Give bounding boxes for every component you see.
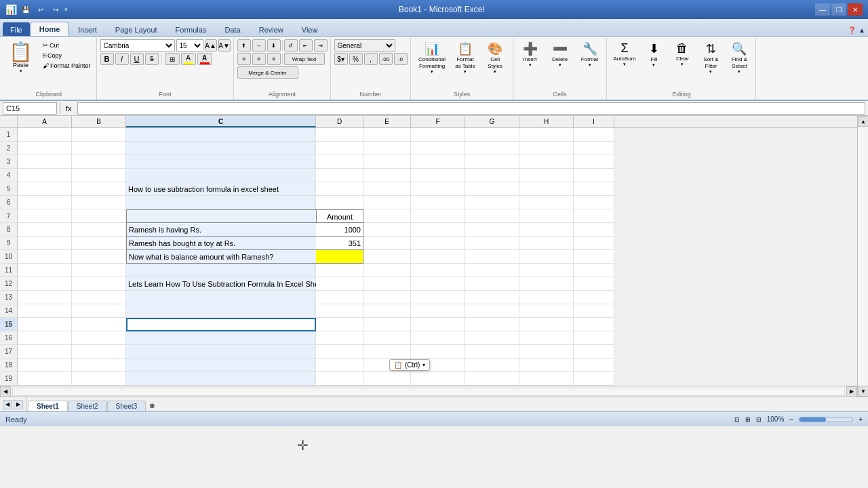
cell-g14[interactable] <box>465 304 519 318</box>
find-select-button[interactable]: 🔍 Find &Select ▾ <box>726 39 753 77</box>
cell-d13[interactable] <box>316 291 363 304</box>
cell-g15[interactable] <box>465 318 519 331</box>
cell-h17[interactable] <box>519 345 574 359</box>
cell-c18[interactable] <box>126 359 316 372</box>
cell-h12[interactable] <box>519 277 574 291</box>
scroll-sheet-left-button[interactable]: ◀ <box>3 400 12 409</box>
sheet-tab-1[interactable]: Sheet1 <box>28 401 68 411</box>
cell-d6[interactable] <box>316 196 363 209</box>
cell-c3[interactable] <box>126 155 316 169</box>
tab-data[interactable]: Data <box>216 22 249 36</box>
cell-g11[interactable] <box>465 264 519 277</box>
cell-a3[interactable] <box>18 155 72 169</box>
align-bottom-button[interactable]: ⬇ <box>267 39 281 52</box>
cell-g6[interactable] <box>465 196 519 209</box>
cell-g9[interactable] <box>465 237 519 250</box>
h-scroll-track[interactable] <box>12 388 845 396</box>
cell-a14[interactable] <box>18 304 72 318</box>
cell-c19[interactable] <box>126 372 316 386</box>
tab-file[interactable]: File <box>3 22 30 36</box>
help-button[interactable]: ❓ <box>848 26 856 34</box>
insert-button[interactable]: ➕ Insert ▾ <box>517 39 544 70</box>
cell-c4[interactable] <box>126 169 316 182</box>
cell-c17[interactable] <box>126 345 316 359</box>
bold-button[interactable]: B <box>100 53 114 65</box>
font-family-select[interactable]: Cambria <box>100 39 175 52</box>
col-header-g[interactable]: G <box>465 116 519 127</box>
cell-a10[interactable] <box>18 250 72 264</box>
cell-e11[interactable] <box>363 264 411 277</box>
cell-a15[interactable] <box>18 318 72 331</box>
cell-i3[interactable] <box>574 155 614 169</box>
cell-d15[interactable] <box>316 318 363 331</box>
zoom-out-button[interactable]: − <box>789 415 793 423</box>
fill-color-button[interactable]: A <box>181 53 196 65</box>
cell-i17[interactable] <box>574 345 614 359</box>
save-button[interactable]: 💾 <box>20 3 32 16</box>
cell-h10[interactable] <box>519 250 574 264</box>
fill-button[interactable]: ⬇ Fill ▾ <box>640 39 667 70</box>
cell-d16[interactable] <box>316 331 363 345</box>
comma-button[interactable]: , <box>364 53 378 65</box>
cell-f14[interactable] <box>411 304 465 318</box>
indent-increase-button[interactable]: ⇥ <box>314 39 328 52</box>
cell-h18[interactable] <box>519 359 574 372</box>
cell-e4[interactable] <box>363 169 411 182</box>
undo-button[interactable]: ↩ <box>35 3 47 16</box>
cell-f15[interactable] <box>411 318 465 331</box>
cell-g8[interactable] <box>465 223 519 237</box>
cell-d8[interactable]: 1000 <box>316 223 363 237</box>
zoom-slider[interactable] <box>799 417 853 422</box>
cell-i5[interactable] <box>574 182 614 196</box>
cell-c9[interactable]: Ramesh has bought a toy at Rs. <box>126 237 316 250</box>
formula-input[interactable] <box>77 102 865 115</box>
cell-d18[interactable] <box>316 359 363 372</box>
align-center-button[interactable]: ≡ <box>252 53 266 65</box>
cell-f2[interactable] <box>411 142 465 155</box>
cell-b14[interactable] <box>72 304 126 318</box>
cell-f11[interactable] <box>411 264 465 277</box>
col-header-i[interactable]: I <box>574 116 614 127</box>
cell-i1[interactable] <box>574 128 614 142</box>
cell-b10[interactable] <box>72 250 126 264</box>
cell-b3[interactable] <box>72 155 126 169</box>
cell-e16[interactable] <box>363 331 411 345</box>
cell-i12[interactable] <box>574 277 614 291</box>
name-box[interactable] <box>3 102 57 115</box>
cell-c1[interactable] <box>126 128 316 142</box>
cell-c8[interactable]: Ramesh is having Rs. <box>126 223 316 237</box>
cell-g12[interactable] <box>465 277 519 291</box>
col-header-a[interactable]: A <box>18 116 72 127</box>
cell-c14[interactable] <box>126 304 316 318</box>
align-right-button[interactable]: ≡ <box>267 53 281 65</box>
cell-a12[interactable] <box>18 277 72 291</box>
wrap-text-button[interactable]: Wrap Text <box>284 53 325 65</box>
cell-a2[interactable] <box>18 142 72 155</box>
cell-i6[interactable] <box>574 196 614 209</box>
zoom-in-button[interactable]: + <box>859 415 863 423</box>
paste-button[interactable]: 📋 Paste ▾ <box>4 41 37 76</box>
redo-button[interactable]: ↪ <box>50 3 62 16</box>
cell-a18[interactable] <box>18 359 72 372</box>
cell-i2[interactable] <box>574 142 614 155</box>
cell-g18[interactable] <box>465 359 519 372</box>
v-scroll-track[interactable] <box>858 127 868 386</box>
cell-g2[interactable] <box>465 142 519 155</box>
cell-h14[interactable] <box>519 304 574 318</box>
border-button[interactable]: ⊞ <box>165 53 180 65</box>
delete-button[interactable]: ➖ Delete ▾ <box>547 39 574 70</box>
percent-button[interactable]: % <box>349 53 363 65</box>
cell-d7[interactable]: Amount <box>316 209 363 223</box>
align-top-button[interactable]: ⬆ <box>237 39 251 52</box>
minimize-ribbon-button[interactable]: ▲ <box>859 26 865 34</box>
cell-d9[interactable]: 351 <box>316 237 363 250</box>
cell-styles-button[interactable]: 🎨 CellStyles ▾ <box>481 39 509 77</box>
tab-formulas[interactable]: Formulas <box>167 22 216 36</box>
cell-a4[interactable] <box>18 169 72 182</box>
cell-e13[interactable] <box>363 291 411 304</box>
cell-e17[interactable] <box>363 345 411 359</box>
cell-h2[interactable] <box>519 142 574 155</box>
cell-a19[interactable] <box>18 372 72 386</box>
cell-f16[interactable] <box>411 331 465 345</box>
copy-button[interactable]: ⎘ Copy <box>40 51 94 60</box>
